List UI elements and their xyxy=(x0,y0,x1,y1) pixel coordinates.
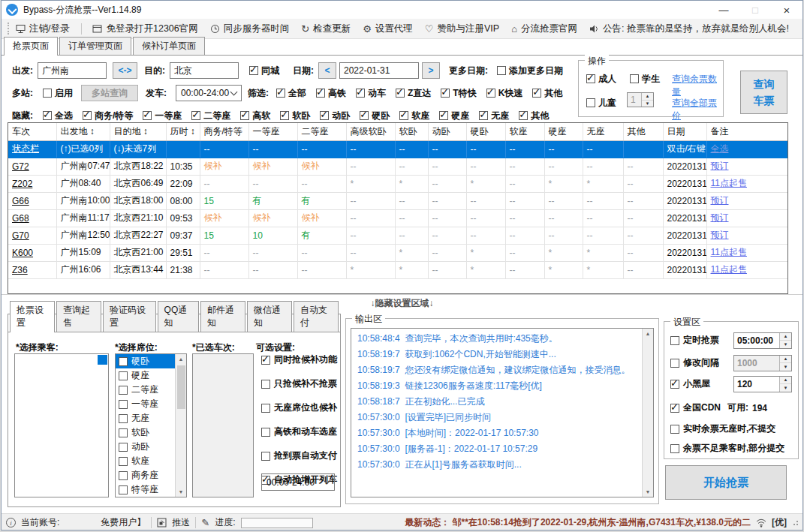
train-number-link[interactable]: K600 xyxy=(12,248,33,258)
train-type-checkbox[interactable]: 全部 xyxy=(276,87,306,100)
column-header[interactable]: 无座 xyxy=(583,123,623,140)
passenger-listbox[interactable] xyxy=(14,353,109,497)
blackhouse-spinner[interactable]: 120 ▲▼ xyxy=(733,376,792,392)
train-type-checkbox[interactable]: K快速 xyxy=(486,87,523,100)
seat-hide-checkbox[interactable]: 其他 xyxy=(519,110,549,122)
spinner-arrows-icon[interactable]: ▲▼ xyxy=(641,93,653,107)
query-all-prices-link[interactable]: 查询全部票价 xyxy=(672,97,723,122)
train-row[interactable]: Z36 广州16:06 北京西13:44 21:38 -- -- -- * * … xyxy=(8,261,787,278)
seat-type-option[interactable]: 软座 xyxy=(116,454,175,468)
settings-tab[interactable]: 邮件通知 xyxy=(200,301,245,332)
page-tab[interactable]: 候补订单页面 xyxy=(133,37,205,55)
cdn-row[interactable]: 全国CDN 可用: 194 xyxy=(670,401,792,414)
column-header[interactable]: 车次 xyxy=(8,123,56,140)
column-header[interactable]: 目的地 ↕ xyxy=(110,123,166,140)
multi-station-enable-checkbox[interactable]: 启用 xyxy=(43,84,73,102)
seat-hide-checkbox[interactable]: 软座 xyxy=(399,110,429,122)
remark-link[interactable]: 11点起售 xyxy=(711,247,747,257)
column-header[interactable]: 二等座 xyxy=(297,123,346,140)
seat-list-scrollbar[interactable]: ▲ ▼ xyxy=(175,354,186,497)
add-more-dates-checkbox[interactable]: 添加更多日期 xyxy=(497,62,563,80)
sponsor-vip-button[interactable]: ♡ 赞助与注册VIP xyxy=(425,23,499,35)
column-header[interactable]: 动卧 xyxy=(428,123,466,140)
spinner-arrows-icon[interactable]: ▲▼ xyxy=(779,377,791,392)
column-header[interactable]: 出发地 ↕ xyxy=(56,123,110,140)
settings-tab[interactable]: 查询起售 xyxy=(56,301,101,332)
seat-type-option[interactable]: 一等座 xyxy=(116,397,175,411)
scroll-down-icon[interactable]: ▼ xyxy=(646,487,651,497)
status-row[interactable]: 状态栏 (↑)已选0列 (↓)未选7列 -- -- -- -- -- -- --… xyxy=(8,140,787,158)
seat-type-option[interactable]: 硬座 xyxy=(116,368,175,383)
grab-time-range-select[interactable]: 00:00-24:00 xyxy=(261,473,335,491)
seat-type-option[interactable]: 商务座 xyxy=(116,468,175,482)
train-row[interactable]: Z202 广州08:40 北京西06:49 22:09 -- -- -- * *… xyxy=(8,175,787,192)
proxy-settings-button[interactable]: ⚙ 设置代理 xyxy=(363,23,413,35)
scroll-up-icon[interactable]: ▲ xyxy=(179,354,184,364)
seat-hide-checkbox[interactable]: 无座 xyxy=(479,110,509,122)
scroll-thumb[interactable] xyxy=(177,365,185,409)
from-station-input[interactable]: 广州南 xyxy=(38,62,107,79)
train-type-checkbox[interactable]: 高铁 xyxy=(316,87,346,100)
column-header[interactable]: 硬座 xyxy=(544,123,583,140)
seat-hide-checkbox[interactable]: 二等座 xyxy=(191,110,230,122)
page-tab[interactable]: 抢票页面 xyxy=(4,37,58,56)
scroll-up-icon[interactable]: ▲ xyxy=(646,329,651,338)
settings-tab[interactable]: 验证码设置 xyxy=(103,301,156,332)
query-remaining-tickets-link[interactable]: 查询余票数量 xyxy=(672,73,723,98)
seat-type-option[interactable]: 特等座 xyxy=(116,482,175,497)
grab-option-checkbox[interactable]: 高铁和动车选座 xyxy=(261,425,339,438)
timed-grab-row[interactable]: 定时抢票 05:00:00 ▲▼ xyxy=(670,334,792,347)
seat-hide-checkbox[interactable]: 动卧 xyxy=(320,110,350,122)
train-type-checkbox[interactable]: 动车 xyxy=(356,87,386,100)
seat-hide-checkbox[interactable]: 商务/特等 xyxy=(83,110,133,122)
output-scrollbar[interactable]: ▲ ▼ xyxy=(642,329,653,497)
logout-login-button[interactable]: 注销/登录 xyxy=(16,23,69,35)
student-checkbox[interactable]: 学生 xyxy=(630,70,660,88)
remark-link[interactable]: 预订 xyxy=(711,230,729,240)
column-header[interactable]: 备注 xyxy=(706,123,787,140)
start-grab-button[interactable]: 开始抢票 xyxy=(665,465,787,500)
column-header[interactable]: 商务/特等 xyxy=(200,123,248,140)
seat-type-option[interactable]: 二等座 xyxy=(116,383,175,397)
query-tickets-button[interactable]: 查询车票 xyxy=(740,71,787,114)
child-checkbox[interactable]: 儿童 xyxy=(586,94,616,112)
adult-checkbox[interactable]: 成人 xyxy=(586,70,616,88)
grab-option-checkbox[interactable]: 同时抢候补功能 xyxy=(261,353,339,366)
same-city-checkbox[interactable]: 同城 xyxy=(249,62,279,80)
page-tab[interactable]: 订单管理页面 xyxy=(59,37,131,55)
check-update-button[interactable]: ↻ 检查更新 xyxy=(301,23,351,35)
prev-date-button[interactable]: < xyxy=(318,62,336,79)
spinner-arrows-icon[interactable]: ▲▼ xyxy=(779,356,791,371)
selected-trains-box[interactable] xyxy=(192,353,254,497)
seat-hide-checkbox[interactable]: 全选 xyxy=(43,110,73,122)
seat-type-option[interactable]: 无座 xyxy=(116,411,175,425)
seat-type-option[interactable]: 软卧 xyxy=(116,425,175,440)
scroll-down-icon[interactable]: ▼ xyxy=(179,487,184,497)
next-date-button[interactable]: > xyxy=(422,62,440,79)
train-row[interactable]: G70 广州南12:50 北京西22:27 09:37 15 10 有 -- -… xyxy=(8,227,787,244)
multi-station-query-button[interactable]: 多站查询 xyxy=(81,85,138,101)
seat-hide-checkbox[interactable]: 一等座 xyxy=(143,110,182,122)
train-type-checkbox[interactable]: 其他 xyxy=(532,87,562,100)
no-seat-no-submit-row[interactable]: 实时余票无座时,不提交 xyxy=(670,422,792,435)
remark-link[interactable]: 11点起售 xyxy=(711,264,747,275)
train-number-link[interactable]: G72 xyxy=(12,161,29,172)
train-number-link[interactable]: G68 xyxy=(12,213,29,224)
train-row[interactable]: G72 广州南07:47 北京西18:22 10:35 候补 候补 候补 -- … xyxy=(8,158,787,175)
interval-spinner[interactable]: 1000 ▲▼ xyxy=(733,355,792,371)
train-type-checkbox[interactable]: Z直达 xyxy=(396,87,431,100)
interval-row[interactable]: 修改间隔 1000 ▲▼ xyxy=(670,356,792,369)
train-number-link[interactable]: G70 xyxy=(12,230,29,241)
spinner-arrows-icon[interactable]: ▲▼ xyxy=(779,333,791,348)
close-button[interactable]: × xyxy=(771,1,802,19)
partial-submit-row[interactable]: 余票不足乘客时,部分提交 xyxy=(670,442,792,455)
maximize-button[interactable]: □ xyxy=(739,1,771,19)
grab-option-checkbox[interactable]: 只抢候补不抢票 xyxy=(261,377,339,390)
train-row[interactable]: G66 广州南10:00 北京西18:00 08:00 15 有 有 -- --… xyxy=(8,192,787,209)
column-header[interactable]: 一等座 xyxy=(248,123,297,140)
blackhouse-row[interactable]: 小黑屋 120 ▲▼ xyxy=(670,377,792,390)
column-header[interactable]: 硬卧 xyxy=(466,123,505,140)
timed-grab-spinner[interactable]: 05:00:00 ▲▼ xyxy=(733,332,792,349)
depart-time-select[interactable]: 00:00-24:00 xyxy=(176,85,242,101)
hidden-settings-toggle[interactable]: ↓隐藏设置区域↓ xyxy=(371,297,434,310)
